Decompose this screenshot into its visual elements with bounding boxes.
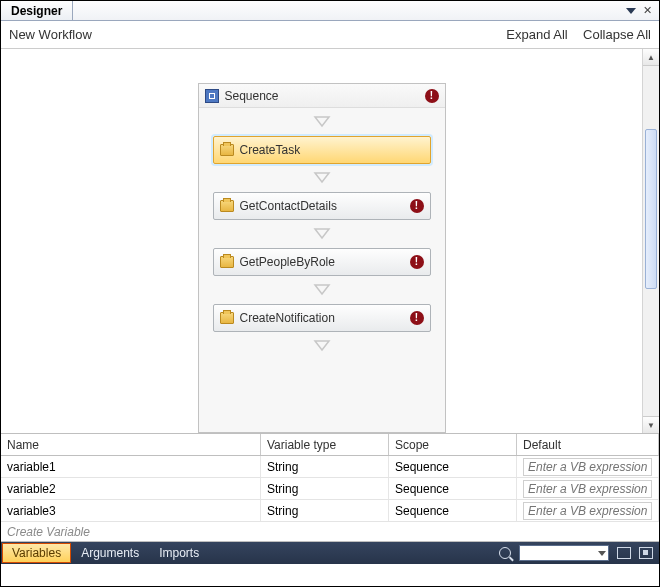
status-bar: Variables Arguments Imports [1,542,659,564]
sequence-icon [205,89,219,103]
col-header-name[interactable]: Name [1,434,261,455]
drop-target[interactable] [199,108,445,136]
cell-default [517,500,659,521]
cell-scope[interactable]: Sequence [389,478,517,499]
title-bar: Designer ✕ [1,1,659,21]
chevron-down-icon [598,551,606,556]
activity-icon [220,144,234,156]
activity-label: GetPeopleByRole [240,255,404,269]
activity-item[interactable]: CreateNotification! [213,304,431,332]
sequence-header[interactable]: Sequence ! [199,84,445,108]
activity-label: CreateTask [240,143,424,157]
designer-canvas[interactable]: Sequence ! CreateTaskGetContactDetails!G… [1,49,642,433]
collapse-all-link[interactable]: Collapse All [583,27,651,42]
error-badge-icon[interactable]: ! [410,311,424,325]
fit-to-screen-icon[interactable] [617,547,631,559]
col-header-type[interactable]: Variable type [261,434,389,455]
search-icon[interactable] [499,547,511,559]
activity-icon [220,312,234,324]
error-badge-icon[interactable]: ! [410,255,424,269]
cell-default [517,478,659,499]
grid-header-row: Name Variable type Scope Default [1,434,659,456]
activity-label: GetContactDetails [240,199,404,213]
designer-tab[interactable]: Designer [1,1,73,20]
cell-type[interactable]: String [261,456,389,477]
cell-scope[interactable]: Sequence [389,456,517,477]
vertical-scrollbar[interactable]: ▲ ▼ [642,49,659,433]
drop-target[interactable] [199,164,445,192]
error-badge-icon[interactable]: ! [425,89,439,103]
workflow-name[interactable]: New Workflow [9,27,92,42]
tab-imports[interactable]: Imports [149,542,209,564]
scroll-up-icon[interactable]: ▲ [643,49,659,66]
create-variable-row[interactable]: Create Variable [1,522,659,542]
drop-target[interactable] [199,332,445,360]
activity-icon [220,256,234,268]
drop-target[interactable] [199,276,445,304]
tab-variables[interactable]: Variables [2,543,71,563]
overview-icon[interactable] [639,547,653,559]
tab-label: Designer [11,4,62,18]
cell-name[interactable]: variable3 [1,500,261,521]
sequence-container[interactable]: Sequence ! CreateTaskGetContactDetails!G… [198,83,446,433]
expand-all-link[interactable]: Expand All [506,27,567,42]
activity-icon [220,200,234,212]
error-badge-icon[interactable]: ! [410,199,424,213]
scroll-down-icon[interactable]: ▼ [643,416,659,433]
scroll-thumb[interactable] [645,129,657,289]
default-expression-input[interactable] [523,480,652,498]
table-row[interactable]: variable1StringSequence [1,456,659,478]
col-header-scope[interactable]: Scope [389,434,517,455]
cell-name[interactable]: variable2 [1,478,261,499]
activity-item[interactable]: GetContactDetails! [213,192,431,220]
breadcrumb-toolbar: New Workflow Expand All Collapse All [1,21,659,49]
variables-panel: Name Variable type Scope Default variabl… [1,433,659,542]
close-icon[interactable]: ✕ [640,4,655,17]
cell-type[interactable]: String [261,478,389,499]
activity-label: CreateNotification [240,311,404,325]
sequence-title: Sequence [225,89,419,103]
drop-target[interactable] [199,220,445,248]
cell-default [517,456,659,477]
tab-arguments[interactable]: Arguments [71,542,149,564]
activity-item[interactable]: GetPeopleByRole! [213,248,431,276]
table-row[interactable]: variable3StringSequence [1,500,659,522]
cell-scope[interactable]: Sequence [389,500,517,521]
designer-canvas-wrapper: Sequence ! CreateTaskGetContactDetails!G… [1,49,659,433]
default-expression-input[interactable] [523,458,652,476]
col-header-default[interactable]: Default [517,434,659,455]
dropdown-icon[interactable] [626,8,636,14]
cell-type[interactable]: String [261,500,389,521]
table-row[interactable]: variable2StringSequence [1,478,659,500]
cell-name[interactable]: variable1 [1,456,261,477]
activity-item[interactable]: CreateTask [213,136,431,164]
zoom-dropdown[interactable] [519,545,609,561]
default-expression-input[interactable] [523,502,652,520]
